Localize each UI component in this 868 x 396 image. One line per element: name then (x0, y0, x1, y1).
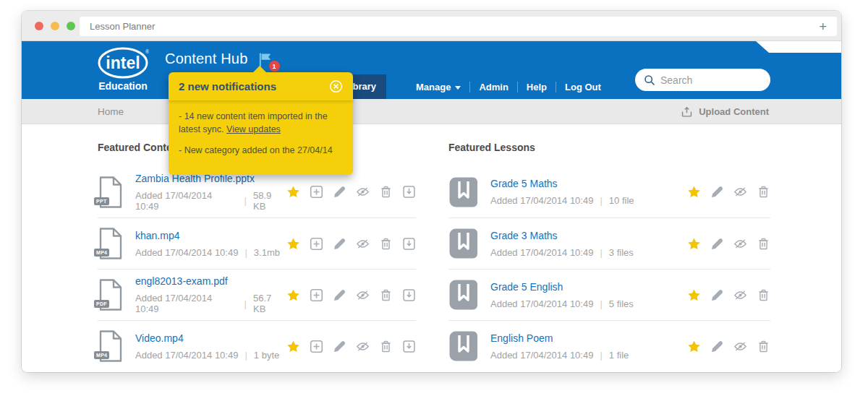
file-document-icon: PPT (98, 176, 124, 209)
lesson-meta: Added 17/04/2014 10:49 | 5 files (490, 298, 634, 309)
file-type-badge: PPT (94, 197, 109, 205)
upload-content-label: Upload Content (699, 106, 769, 117)
lesson-book-icon (448, 279, 479, 311)
content-row: PDF engl82013-exam.pdf Added 17/04/2014 … (98, 269, 416, 320)
nav-item[interactable]: Log Out (556, 82, 610, 92)
content-row: MP4 Video.mp4 Added 17/04/2014 10:49 | 1… (98, 320, 416, 371)
add-icon[interactable] (310, 237, 323, 251)
edit-icon[interactable] (710, 288, 724, 302)
delete-icon[interactable] (379, 237, 393, 251)
new-tab-button[interactable]: + (819, 20, 827, 33)
delete-icon[interactable] (757, 288, 770, 302)
delete-icon[interactable] (379, 288, 393, 302)
page: Lesson Planner + intel ® Education Conte… (0, 0, 868, 396)
hide-icon[interactable] (733, 288, 747, 302)
hide-icon[interactable] (733, 237, 747, 251)
file-type-badge: PDF (94, 300, 109, 308)
hide-icon[interactable] (733, 340, 747, 353)
star-icon[interactable] (286, 340, 300, 353)
star-icon[interactable] (286, 185, 300, 199)
added-date: Added 17/04/2014 10:49 (135, 293, 238, 314)
meta-divider: | (600, 247, 602, 258)
edit-icon[interactable] (710, 237, 724, 251)
close-icon[interactable] (329, 79, 343, 93)
nav-item[interactable]: Admin (469, 82, 516, 92)
delete-icon[interactable] (757, 237, 770, 251)
close-window-button[interactable] (35, 22, 43, 30)
upload-content-button[interactable]: Upload Content (681, 99, 769, 124)
add-icon[interactable] (310, 288, 323, 302)
hide-icon[interactable] (356, 237, 370, 251)
add-icon[interactable] (310, 340, 323, 353)
svg-text:®: ® (145, 49, 149, 54)
page-title: Content Hub (165, 51, 248, 67)
file-type-badge: MP4 (94, 249, 109, 257)
browser-tab[interactable]: Lesson Planner + (80, 17, 837, 36)
nav-item[interactable]: Help (517, 82, 556, 92)
delete-icon[interactable] (379, 340, 393, 353)
lesson-file-count: 10 file (609, 195, 634, 206)
added-date: Added 17/04/2014 10:49 (135, 350, 238, 361)
file-meta: Added 17/04/2014 10:49 | 56.7 KB (135, 293, 286, 314)
edit-icon[interactable] (710, 185, 724, 199)
star-icon[interactable] (286, 237, 300, 251)
file-meta: Added 17/04/2014 10:49 | 58.9 KB (135, 190, 286, 212)
edit-icon[interactable] (710, 340, 724, 353)
lesson-name-link[interactable]: Grade 3 Maths (490, 230, 634, 241)
star-icon[interactable] (687, 288, 701, 302)
edit-icon[interactable] (333, 237, 346, 251)
edit-icon[interactable] (333, 288, 346, 302)
file-name-link[interactable]: Video.mp4 (135, 332, 279, 344)
star-icon[interactable] (286, 288, 300, 302)
file-meta: Added 17/04/2014 10:49 | 1 byte (135, 350, 279, 361)
featured-content-section: Featured Content PPT (98, 142, 416, 371)
lesson-name-link[interactable]: Grade 5 English (490, 281, 634, 293)
file-type-badge: MP4 (94, 351, 109, 359)
file-name-link[interactable]: khan.mp4 (135, 230, 280, 241)
search-box[interactable] (635, 69, 770, 91)
lesson-name-link[interactable]: Grade 5 Maths (490, 178, 634, 189)
star-icon[interactable] (687, 185, 701, 199)
hide-icon[interactable] (356, 340, 370, 353)
file-name-link[interactable]: engl82013-exam.pdf (135, 275, 286, 287)
row-actions (687, 340, 770, 353)
featured-content-list: PPT Zambia Health Profile.pptx Added 17/… (98, 166, 416, 371)
delete-icon[interactable] (757, 340, 770, 353)
row-actions (286, 340, 416, 353)
add-icon[interactable] (310, 185, 323, 199)
delete-icon[interactable] (757, 185, 770, 199)
download-icon[interactable] (402, 237, 416, 251)
download-icon[interactable] (402, 288, 416, 302)
search-input[interactable] (660, 74, 747, 86)
hide-icon[interactable] (356, 185, 370, 199)
added-date: Added 17/04/2014 10:49 (135, 190, 238, 212)
browser-chrome: Lesson Planner + (22, 11, 841, 41)
star-icon[interactable] (687, 237, 701, 251)
minimize-window-button[interactable] (51, 22, 59, 30)
file-meta: Added 17/04/2014 10:49 | 3.1mb (135, 247, 280, 258)
edit-icon[interactable] (333, 340, 346, 353)
meta-divider: | (244, 350, 247, 361)
lesson-name-link[interactable]: English Poem (490, 332, 629, 344)
breadcrumb-home[interactable]: Home (98, 99, 124, 124)
tab-title: Lesson Planner (90, 21, 155, 32)
search-icon (644, 74, 655, 86)
download-icon[interactable] (402, 340, 416, 353)
lesson-book-icon (448, 176, 479, 208)
hide-icon[interactable] (356, 288, 370, 302)
maximize-window-button[interactable] (67, 22, 75, 30)
hide-icon[interactable] (733, 185, 747, 199)
file-document-icon: MP4 (98, 330, 124, 363)
delete-icon[interactable] (379, 185, 393, 199)
download-icon[interactable] (402, 185, 416, 199)
meta-divider: | (600, 350, 602, 361)
nav-item[interactable]: Manage (407, 82, 469, 92)
notification-link[interactable]: View updates (226, 124, 281, 134)
lesson-row: Grade 5 English Added 17/04/2014 10:49 |… (448, 269, 770, 320)
lesson-meta: Added 17/04/2014 10:49 | 3 files (490, 247, 634, 258)
star-icon[interactable] (687, 340, 701, 353)
notification-item: - New category added on the 27/04/14 (179, 144, 343, 157)
traffic-lights (35, 22, 75, 30)
edit-icon[interactable] (333, 185, 346, 199)
file-size: 56.7 KB (253, 293, 286, 314)
